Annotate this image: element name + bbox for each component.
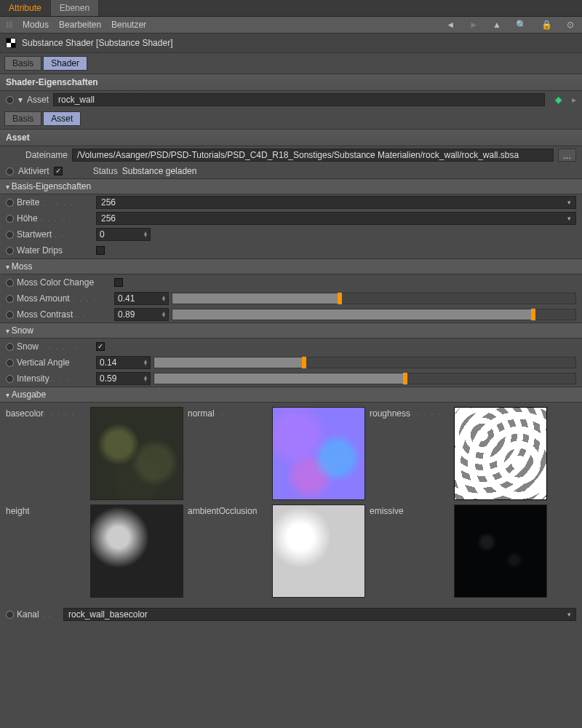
height-thumbnail[interactable] [90, 505, 183, 598]
filename-input[interactable] [72, 149, 554, 162]
asset-label: Asset [27, 95, 49, 105]
param-moss-amount: Moss Amount. . . . 0.41▴▾ [0, 290, 582, 306]
intensity-label: Intensity [17, 373, 49, 384]
ao-label: ambientOcclusion [188, 506, 257, 516]
group-moss[interactable]: Moss [0, 258, 582, 274]
param-hoehe: Höhe. . . . . 256▾ [0, 210, 582, 226]
basecolor-thumbnail[interactable] [90, 407, 183, 500]
lock-icon[interactable]: 🔒 [539, 20, 554, 30]
nav-back-icon[interactable]: ◄ [444, 20, 457, 30]
activated-label: Aktiviert [18, 166, 49, 176]
breite-label: Breite [17, 197, 39, 207]
startwert-label: Startwert [17, 229, 52, 240]
asset-row: ▾ Asset ◈ ▸ [0, 91, 582, 108]
mossamount-label: Moss Amount [17, 293, 70, 304]
output-roughness: roughness . . . . . [370, 407, 551, 500]
intensity-input[interactable]: 0.59▴▾ [96, 372, 151, 385]
radio-icon[interactable] [6, 295, 14, 303]
tab-ebenen[interactable]: Ebenen [51, 0, 99, 16]
roughness-label: roughness [370, 408, 410, 419]
waterdrips-label: Water Drips [17, 245, 63, 256]
asset-section-header: Asset [0, 129, 582, 146]
waterdrips-checkbox[interactable] [96, 246, 105, 255]
asset-subtabs: Basis Asset [0, 108, 582, 129]
param-breite: Breite. . . . . 256▾ [0, 194, 582, 210]
subtab-shader[interactable]: Shader [43, 56, 87, 71]
status-value: Substance geladen [122, 166, 197, 176]
top-tabs: Attribute Ebenen [0, 0, 582, 17]
group-snow[interactable]: Snow [0, 323, 582, 339]
settings-icon[interactable]: ⊙ [565, 20, 576, 30]
mosscontrast-input[interactable]: 0.89▴▾ [114, 308, 169, 321]
search-icon[interactable]: 🔍 [514, 20, 529, 30]
mossamount-slider[interactable] [172, 293, 576, 304]
ao-thumbnail[interactable] [272, 505, 365, 598]
vangle-label: Vertical Angle [17, 357, 70, 368]
nav-up-icon[interactable]: ▲ [490, 20, 503, 30]
outputs-grid: basecolor . . . . . normal . . roughness… [0, 403, 582, 606]
group-basis[interactable]: Basis-Eigenschaften [0, 178, 582, 194]
radio-icon[interactable] [6, 215, 14, 223]
radio-icon[interactable] [6, 231, 14, 239]
breite-dropdown[interactable]: 256▾ [96, 196, 576, 209]
object-title: Substance Shader [Substance Shader] [22, 38, 172, 48]
radio-icon[interactable] [6, 247, 14, 255]
menu-benutzer[interactable]: Benutzer [111, 20, 146, 30]
activated-row: Aktiviert Status Substance geladen [0, 164, 582, 178]
vangle-slider[interactable] [154, 357, 576, 368]
mosscolorchange-label: Moss Color Change [17, 277, 111, 288]
kanal-label: Kanal [17, 609, 39, 620]
param-startwert: Startwert. . . 0▴▾ [0, 226, 582, 242]
startwert-input[interactable]: 0▴▾ [96, 228, 151, 241]
vangle-input[interactable]: 0.14▴▾ [96, 356, 151, 369]
output-basecolor: basecolor . . . . . [6, 407, 188, 500]
radio-icon[interactable] [6, 611, 14, 619]
menu-modus[interactable]: Modus [23, 20, 49, 30]
browse-button[interactable]: ... [558, 149, 576, 162]
param-waterdrips: Water Drips [0, 242, 582, 258]
asset-subtab-asset[interactable]: Asset [43, 111, 81, 126]
group-ausgabe[interactable]: Ausgabe [0, 387, 582, 403]
shader-icon [6, 38, 16, 48]
radio-icon[interactable] [6, 96, 14, 104]
tab-attribute[interactable]: Attribute [0, 0, 51, 16]
radio-icon[interactable] [6, 311, 14, 319]
param-moss-contrast: Moss Contrast. . . 0.89▴▾ [0, 306, 582, 323]
radio-icon[interactable] [6, 199, 14, 207]
param-moss-colorchange: Moss Color Change [0, 274, 582, 290]
chevron-right-icon[interactable]: ▸ [572, 95, 576, 105]
nav-fwd-icon[interactable]: ► [467, 20, 480, 30]
emissive-thumbnail[interactable] [454, 505, 547, 598]
asset-subtab-basis[interactable]: Basis [4, 111, 41, 126]
mossamount-input[interactable]: 0.41▴▾ [114, 292, 169, 305]
mosscolorchange-checkbox[interactable] [114, 278, 123, 287]
subtab-basis[interactable]: Basis [4, 56, 41, 71]
menu-bearbeiten[interactable]: Bearbeiten [59, 20, 101, 30]
normal-thumbnail[interactable] [272, 407, 365, 500]
substance-icon[interactable]: ◈ [549, 95, 567, 105]
radio-icon[interactable] [6, 343, 14, 351]
radio-icon[interactable] [6, 359, 14, 367]
filename-row: Dateiname ... [0, 146, 582, 164]
mosscontrast-label: Moss Contrast [17, 309, 73, 320]
param-snow-enable: Snow. . . . . . [0, 339, 582, 355]
radio-icon[interactable] [6, 279, 14, 287]
snow-checkbox[interactable] [96, 342, 105, 351]
kanal-dropdown[interactable]: rock_wall_basecolor▾ [63, 608, 576, 621]
asset-name-input[interactable] [53, 93, 545, 106]
radio-icon[interactable] [6, 375, 14, 383]
output-emissive: emissive [370, 505, 551, 598]
output-ao: ambientOcclusion [188, 505, 370, 598]
radio-icon[interactable] [6, 167, 14, 175]
output-height: height . . [6, 505, 188, 598]
filename-label: Dateiname [6, 150, 68, 160]
param-snow-intensity: Intensity. . . 0.59▴▾ [0, 371, 582, 387]
emissive-label: emissive [370, 506, 404, 516]
output-normal: normal . . [188, 407, 370, 500]
hoehe-dropdown[interactable]: 256▾ [96, 212, 576, 225]
mosscontrast-slider[interactable] [172, 309, 576, 320]
intensity-slider[interactable] [154, 373, 576, 384]
activated-checkbox[interactable] [54, 167, 63, 175]
roughness-thumbnail[interactable] [454, 407, 547, 500]
snow-label: Snow [17, 341, 39, 352]
